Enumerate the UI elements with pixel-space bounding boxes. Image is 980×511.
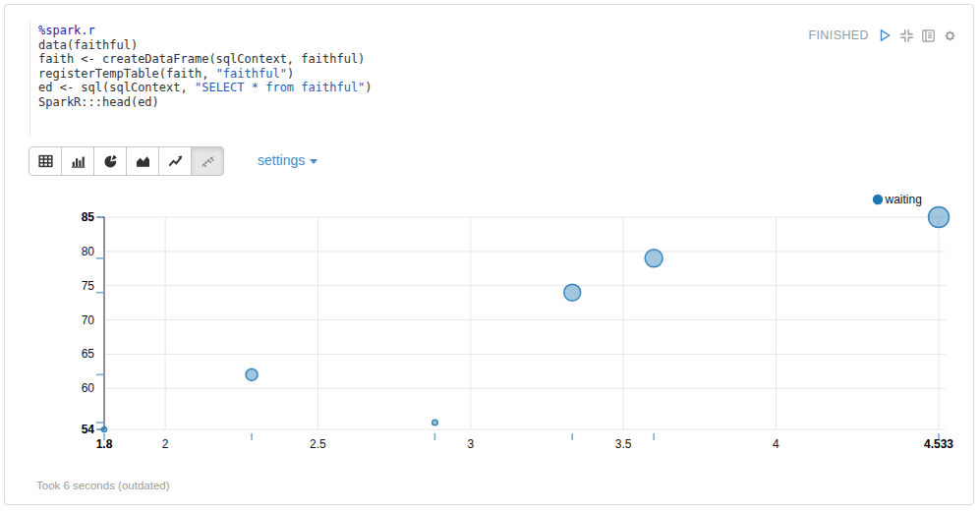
settings-toggle[interactable]: settings (258, 152, 317, 168)
area-chart-button[interactable] (126, 146, 159, 176)
caret-down-icon (310, 159, 317, 164)
chart-area: 1.822.533.544.53354606570758085waiting (13, 187, 966, 457)
x-axis-tick-label: 4.533 (924, 437, 953, 451)
code-editor[interactable]: %spark.rdata(faithful)faith <- createDat… (29, 21, 718, 137)
x-axis-tick-label: 1.8 (96, 437, 113, 451)
code-line: registerTempTable(faith, "faithful") (38, 67, 718, 82)
code-token: ed <- sql(sqlContext, (38, 81, 195, 94)
notebook-paragraph: %spark.rdata(faithful)faith <- createDat… (4, 4, 974, 505)
code-line: SparkR:::head(ed) (38, 95, 718, 110)
code-line: data(faithful) (38, 38, 718, 53)
table-icon (37, 153, 54, 169)
data-point[interactable] (102, 427, 107, 432)
y-axis-tick-label: 54 (82, 423, 95, 436)
compress-icon[interactable] (899, 28, 914, 43)
line-chart-icon (167, 153, 184, 169)
table-button[interactable] (29, 146, 62, 176)
x-axis-tick-label: 2 (162, 437, 169, 451)
area-chart-icon (135, 153, 151, 169)
line-chart-button[interactable] (158, 146, 192, 176)
visualization-toolbar (29, 146, 224, 176)
x-axis-tick-label: 2.5 (310, 437, 326, 451)
code-token: ) (365, 81, 372, 94)
x-axis-tick-label: 4 (773, 437, 779, 451)
legend-swatch[interactable] (873, 195, 883, 204)
code-token: faith <- createDataFrame(sqlContext, fai… (38, 52, 365, 66)
code-token: "SELECT * from faithful" (195, 81, 365, 94)
data-point[interactable] (645, 250, 663, 267)
book-icon[interactable] (921, 28, 936, 43)
y-axis-tick-label: 85 (82, 210, 95, 224)
y-axis-tick-label: 70 (82, 313, 95, 327)
bar-chart-button[interactable] (61, 146, 94, 176)
pie-chart-icon (102, 153, 119, 169)
bar-chart-icon (70, 153, 86, 169)
data-point[interactable] (432, 420, 438, 426)
y-axis-tick-label: 75 (82, 279, 95, 293)
code-line: faith <- createDataFrame(sqlContext, fai… (38, 52, 718, 67)
data-point[interactable] (246, 369, 258, 380)
code-line: ed <- sql(sqlContext, "SELECT * from fai… (38, 81, 718, 95)
code-token: data(faithful) (38, 38, 138, 52)
code-line: %spark.r (38, 24, 718, 38)
scatter-chart: 1.822.533.544.53354606570758085waiting (13, 187, 966, 457)
data-point[interactable] (929, 207, 950, 228)
y-axis-tick-label: 80 (82, 245, 95, 258)
y-axis-tick-label: 60 (82, 381, 95, 395)
scatter-chart-icon (200, 153, 216, 169)
code-token: "faithful" (216, 67, 287, 81)
paragraph-status-bar: FINISHED (808, 28, 957, 43)
execution-time: Took 6 seconds (outdated) (36, 480, 170, 491)
code-token: %spark.r (38, 24, 95, 37)
legend-label: waiting (885, 193, 922, 206)
scatter-chart-button[interactable] (191, 146, 224, 176)
status-label: FINISHED (808, 28, 869, 42)
code-token: SparkR:::head(ed) (38, 95, 159, 109)
pie-chart-button[interactable] (93, 146, 127, 176)
y-axis-tick-label: 65 (82, 347, 95, 361)
play-icon[interactable] (877, 28, 893, 43)
data-point[interactable] (564, 284, 581, 301)
code-token: ) (287, 67, 294, 81)
settings-label: settings (258, 152, 305, 168)
x-axis-tick-label: 3.5 (615, 437, 632, 451)
paragraph-controls (877, 28, 957, 43)
x-axis-tick-label: 3 (467, 437, 474, 451)
gear-icon[interactable] (943, 28, 957, 43)
code-token: registerTempTable(faith, (38, 67, 216, 81)
